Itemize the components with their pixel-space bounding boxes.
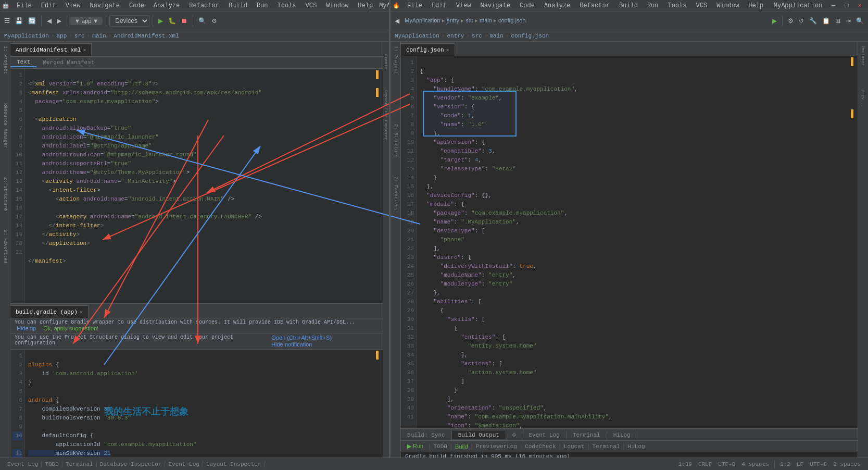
right-minimize[interactable]: ─ xyxy=(827,1,839,10)
right-menu-help[interactable]: Help xyxy=(744,1,768,10)
sidebar-favorites-label[interactable]: 2: Favorites xyxy=(3,230,8,264)
menu-run[interactable]: Run xyxy=(253,1,272,10)
right-sync[interactable]: ↺ xyxy=(797,16,806,26)
terminal-tab-right[interactable]: Terminal xyxy=(567,431,607,439)
device-file-label[interactable]: Device File Explorer xyxy=(384,90,388,140)
build-output-tab[interactable]: Build Output xyxy=(452,431,506,439)
right-back[interactable]: ◀ xyxy=(393,16,401,26)
open-link-btn[interactable]: Open (Ctrl+Alt+Shift+S) xyxy=(269,335,334,341)
manifest-tab[interactable]: AndroidManifest.xml ✕ xyxy=(10,43,92,56)
right-menu-analyze[interactable]: Analyze xyxy=(540,1,574,10)
gradle-code[interactable]: plugins { id 'com.android.application' }… xyxy=(25,350,383,461)
right-menu-vcs[interactable]: VCS xyxy=(692,1,712,10)
right-sidebar-structure[interactable]: 2: Structure xyxy=(393,124,398,158)
toolbar-settings[interactable]: ⚙ xyxy=(209,16,219,26)
sidebar-resource-label[interactable]: Resource Manager xyxy=(3,103,8,148)
json-code[interactable]: { "app": { "bundleName": "com.example.my… xyxy=(417,56,858,428)
logcat[interactable]: Logcat xyxy=(564,443,585,450)
right-menu-code[interactable]: Code xyxy=(515,1,539,10)
menu-refactor[interactable]: Refactor xyxy=(185,1,223,10)
hide-tip-btn[interactable]: Hide tip xyxy=(15,325,38,331)
right-tb-main[interactable]: main xyxy=(480,17,492,23)
right-menu-edit[interactable]: Edit xyxy=(427,1,451,10)
build-output-settings[interactable]: ⚙ xyxy=(506,430,523,439)
menu-help[interactable]: Help xyxy=(354,1,377,10)
right-expand[interactable]: ⇥ xyxy=(844,16,853,26)
right-tools3[interactable]: 📋 xyxy=(820,16,832,26)
code-check[interactable]: CodeCheck xyxy=(525,443,556,450)
menu-build[interactable]: Build xyxy=(224,1,251,10)
run-btn[interactable]: ▶ xyxy=(156,16,165,26)
sub-tab-text[interactable]: Text xyxy=(10,58,36,67)
right-sidebar-emulator[interactable]: Emulator xyxy=(861,46,865,66)
right-menu-refactor[interactable]: Refactor xyxy=(575,1,614,10)
sidebar-structure-label[interactable]: 2: Structure xyxy=(3,177,8,211)
right-bc-src[interactable]: src xyxy=(472,33,482,39)
right-run[interactable]: ▶ xyxy=(770,16,779,26)
right-tb-src[interactable]: src xyxy=(466,17,473,23)
right-menu-build[interactable]: Build xyxy=(615,1,642,10)
right-bc-entry[interactable]: entry xyxy=(447,33,464,39)
menu-navigate[interactable]: Navigate xyxy=(85,1,124,10)
hide-notif-btn[interactable]: Hide notification xyxy=(269,341,314,348)
breadcrumb-src[interactable]: src xyxy=(74,33,85,39)
sidebar-project-label[interactable]: 1: Project xyxy=(3,46,8,74)
hilog-tab[interactable]: HiLog xyxy=(607,431,637,439)
manifest-code[interactable]: <?xml version="1.0" encoding="utf-8"?> <… xyxy=(25,69,383,303)
right-menu-tools[interactable]: Tools xyxy=(664,1,691,10)
toolbar-sync[interactable]: 🔄 xyxy=(26,16,38,26)
right-layout[interactable]: ⊞ xyxy=(833,16,842,26)
layout-inspector-btn[interactable]: Layout Inspector xyxy=(203,461,265,467)
right-tb-config[interactable]: config.json xyxy=(498,17,526,23)
status-event-log-2[interactable]: Event Log xyxy=(165,461,203,467)
right-sidebar-project[interactable]: 1: Project xyxy=(393,46,398,74)
right-bc-myapp[interactable]: MyApplication xyxy=(395,33,439,39)
right-tools2[interactable]: 🔧 xyxy=(807,16,819,26)
right-close[interactable]: ✕ xyxy=(854,1,866,10)
toolbar-forward[interactable]: ▶ xyxy=(55,16,64,26)
stop-btn[interactable]: ⏹ xyxy=(179,16,190,26)
status-event-log[interactable]: Event Log xyxy=(4,461,42,467)
gradle-tab-close[interactable]: ✕ xyxy=(80,309,83,315)
right-sidebar-favorites[interactable]: 2: Favorites xyxy=(393,177,398,211)
gradle-sidebar-label[interactable]: Gradle xyxy=(384,54,388,69)
right-menu-window[interactable]: Window xyxy=(712,1,743,10)
toolbar-search[interactable]: 🔍 xyxy=(196,16,208,26)
menu-code[interactable]: Code xyxy=(125,1,148,10)
breadcrumb-manifest[interactable]: AndroidManifest.xml xyxy=(114,33,179,39)
toolbar-save[interactable]: 💾 xyxy=(13,16,25,26)
toolbar-run-config[interactable]: ▼ app ▼ xyxy=(70,17,103,25)
right-bc-main[interactable]: main xyxy=(489,33,503,39)
build-todo[interactable]: TODO xyxy=(433,443,447,450)
menu-file[interactable]: File xyxy=(12,1,36,10)
previewer-log[interactable]: PreviewerLog xyxy=(476,443,517,450)
menu-analyze[interactable]: Analyze xyxy=(149,1,184,10)
menu-edit[interactable]: Edit xyxy=(37,1,60,10)
build-btn[interactable]: Build xyxy=(455,443,468,450)
right-bc-config[interactable]: config.json xyxy=(511,33,549,39)
right-tb-myapp[interactable]: MyApplication xyxy=(405,17,440,23)
config-tab-close[interactable]: ✕ xyxy=(446,47,449,53)
right-menu-file[interactable]: File xyxy=(403,1,426,10)
menu-tools[interactable]: Tools xyxy=(273,1,300,10)
event-log-tab-right[interactable]: Event Log xyxy=(522,431,566,439)
right-menu-view[interactable]: View xyxy=(452,1,475,10)
right-maximize[interactable]: □ xyxy=(841,1,853,10)
build-run-btn[interactable]: ▶ Run xyxy=(405,443,425,450)
right-search[interactable]: 🔍 xyxy=(854,16,866,26)
toolbar-project[interactable]: ☰ xyxy=(2,16,12,26)
terminal-build[interactable]: Terminal xyxy=(593,443,620,450)
manifest-tab-close[interactable]: ✕ xyxy=(83,47,86,53)
sub-tab-merged[interactable]: Merged Manifest xyxy=(36,58,100,67)
toolbar-back[interactable]: ◀ xyxy=(45,16,54,26)
config-tab[interactable]: config.json ✕ xyxy=(401,43,455,56)
hilog-build[interactable]: HiLog xyxy=(628,443,645,450)
right-settings[interactable]: ⚙ xyxy=(786,16,796,26)
panel-divider[interactable] xyxy=(389,0,391,470)
gradle-tab[interactable]: build.gradle (app) ✕ xyxy=(10,305,89,318)
right-menu-run[interactable]: Run xyxy=(643,1,663,10)
ok-apply-btn[interactable]: Ok, apply suggestion! xyxy=(41,325,100,331)
build-sync-tab[interactable]: Build: Sync xyxy=(401,431,452,439)
debug-btn[interactable]: 🐛 xyxy=(166,16,178,26)
devices-dropdown[interactable]: Devices xyxy=(109,15,149,27)
